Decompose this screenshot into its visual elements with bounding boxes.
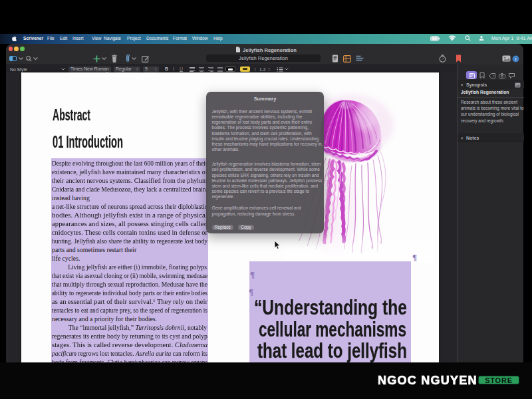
svg-text:i: i	[515, 56, 516, 62]
